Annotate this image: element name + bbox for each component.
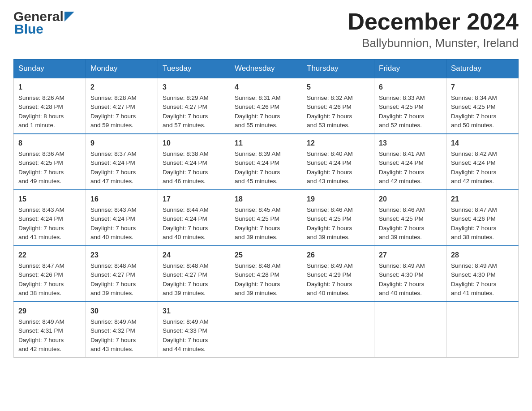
- day-number: 7: [451, 82, 514, 93]
- table-row: 20 Sunrise: 8:46 AM Sunset: 4:25 PM Dayl…: [374, 190, 446, 246]
- col-wednesday: Wednesday: [230, 60, 302, 78]
- daylight-info: Daylight: 7 hours: [235, 113, 280, 120]
- day-number: 10: [163, 138, 225, 149]
- daylight-info: Daylight: 7 hours: [307, 113, 352, 120]
- daylight-info: Daylight: 7 hours: [235, 225, 280, 231]
- table-row: [302, 302, 374, 358]
- table-row: 24 Sunrise: 8:48 AM Sunset: 4:27 PM Dayl…: [158, 246, 230, 302]
- sunrise-info: Sunrise: 8:43 AM: [90, 206, 137, 213]
- col-monday: Monday: [86, 60, 158, 78]
- daylight-min-info: and 52 minutes.: [379, 122, 422, 128]
- sunset-info: Sunset: 4:24 PM: [90, 159, 135, 166]
- day-number: 1: [18, 82, 81, 93]
- table-row: 28 Sunrise: 8:49 AM Sunset: 4:30 PM Dayl…: [446, 246, 519, 302]
- day-number: 26: [307, 250, 369, 261]
- daylight-min-info: and 40 minutes.: [90, 234, 133, 240]
- sunrise-info: Sunrise: 8:41 AM: [379, 150, 425, 157]
- daylight-info: Daylight: 7 hours: [163, 169, 208, 176]
- sunrise-info: Sunrise: 8:46 AM: [307, 206, 353, 213]
- calendar-week-row: 1 Sunrise: 8:26 AM Sunset: 4:28 PM Dayli…: [14, 78, 519, 134]
- logo-arrow-icon: [64, 12, 74, 21]
- sunset-info: Sunset: 4:27 PM: [163, 103, 207, 110]
- sunset-info: Sunset: 4:29 PM: [307, 271, 352, 278]
- day-number: 2: [90, 82, 153, 93]
- sunrise-info: Sunrise: 8:48 AM: [90, 262, 137, 269]
- daylight-info: Daylight: 7 hours: [90, 337, 136, 343]
- table-row: 29 Sunrise: 8:49 AM Sunset: 4:31 PM Dayl…: [14, 302, 86, 358]
- daylight-info: Daylight: 7 hours: [18, 225, 64, 231]
- sunset-info: Sunset: 4:24 PM: [163, 215, 207, 222]
- table-row: 18 Sunrise: 8:45 AM Sunset: 4:25 PM Dayl…: [230, 190, 302, 246]
- sunrise-info: Sunrise: 8:31 AM: [235, 94, 281, 101]
- day-number: 16: [90, 194, 153, 205]
- daylight-min-info: and 43 minutes.: [90, 346, 133, 352]
- sunset-info: Sunset: 4:30 PM: [451, 271, 496, 278]
- daylight-min-info: and 43 minutes.: [307, 178, 350, 184]
- sunrise-info: Sunrise: 8:48 AM: [235, 262, 281, 269]
- table-row: 15 Sunrise: 8:43 AM Sunset: 4:24 PM Dayl…: [14, 190, 86, 246]
- sunset-info: Sunset: 4:32 PM: [90, 327, 135, 334]
- daylight-min-info: and 57 minutes.: [163, 122, 206, 128]
- col-friday: Friday: [374, 60, 446, 78]
- table-row: 6 Sunrise: 8:33 AM Sunset: 4:25 PM Dayli…: [374, 78, 446, 134]
- daylight-info: Daylight: 7 hours: [18, 281, 64, 287]
- table-row: 31 Sunrise: 8:49 AM Sunset: 4:33 PM Dayl…: [158, 302, 230, 358]
- daylight-info: Daylight: 7 hours: [307, 281, 352, 287]
- table-row: 23 Sunrise: 8:48 AM Sunset: 4:27 PM Dayl…: [86, 246, 158, 302]
- sunrise-info: Sunrise: 8:44 AM: [163, 206, 209, 213]
- col-sunday: Sunday: [14, 60, 86, 78]
- day-number: 20: [379, 194, 442, 205]
- daylight-info: Daylight: 7 hours: [307, 225, 352, 231]
- day-number: 13: [379, 138, 442, 149]
- calendar-week-row: 8 Sunrise: 8:36 AM Sunset: 4:25 PM Dayli…: [14, 134, 519, 190]
- col-thursday: Thursday: [302, 60, 374, 78]
- day-number: 19: [307, 194, 369, 205]
- page-header: General Blue December 2024 Ballybunnion,…: [13, 9, 519, 50]
- daylight-info: Daylight: 7 hours: [235, 169, 280, 176]
- day-number: 30: [90, 306, 153, 317]
- daylight-info: Daylight: 7 hours: [451, 113, 496, 120]
- calendar-table: Sunday Monday Tuesday Wednesday Thursday…: [13, 59, 519, 358]
- table-row: 3 Sunrise: 8:29 AM Sunset: 4:27 PM Dayli…: [158, 78, 230, 134]
- daylight-info: Daylight: 8 hours: [18, 113, 64, 120]
- logo: General Blue: [13, 9, 74, 37]
- day-number: 24: [163, 250, 225, 261]
- sunset-info: Sunset: 4:26 PM: [18, 271, 63, 278]
- table-row: [446, 302, 519, 358]
- daylight-info: Daylight: 7 hours: [163, 113, 208, 120]
- day-number: 18: [235, 194, 297, 205]
- daylight-min-info: and 44 minutes.: [163, 346, 206, 352]
- day-number: 6: [379, 82, 442, 93]
- day-number: 22: [18, 250, 81, 261]
- sunset-info: Sunset: 4:24 PM: [18, 215, 63, 222]
- day-number: 21: [451, 194, 514, 205]
- day-number: 15: [18, 194, 81, 205]
- sunrise-info: Sunrise: 8:40 AM: [307, 150, 353, 157]
- month-title: December 2024: [348, 9, 519, 34]
- sunset-info: Sunset: 4:27 PM: [90, 103, 135, 110]
- daylight-min-info: and 45 minutes.: [235, 178, 278, 184]
- day-number: 31: [163, 306, 225, 317]
- daylight-info: Daylight: 7 hours: [451, 281, 496, 287]
- daylight-min-info: and 1 minute.: [18, 122, 55, 128]
- daylight-min-info: and 49 minutes.: [18, 178, 61, 184]
- sunrise-info: Sunrise: 8:37 AM: [90, 150, 137, 157]
- svg-marker-0: [64, 12, 74, 21]
- daylight-min-info: and 53 minutes.: [307, 122, 350, 128]
- table-row: [230, 302, 302, 358]
- sunrise-info: Sunrise: 8:49 AM: [163, 318, 209, 325]
- sunrise-info: Sunrise: 8:34 AM: [451, 94, 497, 101]
- day-number: 9: [90, 138, 153, 149]
- table-row: 22 Sunrise: 8:47 AM Sunset: 4:26 PM Dayl…: [14, 246, 86, 302]
- table-row: 17 Sunrise: 8:44 AM Sunset: 4:24 PM Dayl…: [158, 190, 230, 246]
- daylight-min-info: and 38 minutes.: [451, 234, 494, 240]
- table-row: 2 Sunrise: 8:28 AM Sunset: 4:27 PM Dayli…: [86, 78, 158, 134]
- sunrise-info: Sunrise: 8:33 AM: [379, 94, 425, 101]
- daylight-min-info: and 39 minutes.: [235, 234, 278, 240]
- daylight-min-info: and 39 minutes.: [90, 290, 133, 296]
- day-number: 27: [379, 250, 442, 261]
- calendar-week-row: 22 Sunrise: 8:47 AM Sunset: 4:26 PM Dayl…: [14, 246, 519, 302]
- calendar-week-row: 15 Sunrise: 8:43 AM Sunset: 4:24 PM Dayl…: [14, 190, 519, 246]
- daylight-info: Daylight: 7 hours: [163, 337, 208, 343]
- table-row: 11 Sunrise: 8:39 AM Sunset: 4:24 PM Dayl…: [230, 134, 302, 190]
